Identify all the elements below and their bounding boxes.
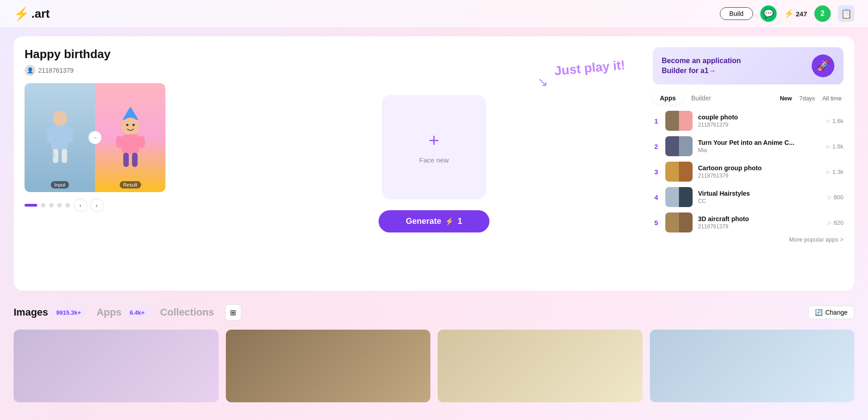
showcase-input: Input — [25, 83, 95, 192]
face-upload-box[interactable]: + Face new — [382, 95, 486, 199]
app-views-2: ▷ 1.6k — [827, 143, 843, 150]
app-info-4: Virtual Hairstyles CC — [698, 190, 823, 204]
app-item-1[interactable]: 1 couple photo 2118761379 ▷ 1.6k — [653, 111, 843, 131]
change-button[interactable]: 🔄 Change — [808, 306, 854, 319]
tab-apps[interactable]: Apps — [653, 92, 683, 104]
more-popular-apps-link[interactable]: More popular apps > — [653, 236, 843, 243]
images-label: Images — [14, 306, 48, 318]
app-item-4[interactable]: 4 Virtual Hairstyles CC ▷ 900 — [653, 187, 843, 207]
build-button[interactable]: Build — [720, 7, 753, 20]
grid-view-button[interactable]: ⊞ — [225, 304, 241, 321]
rank-1: 1 — [653, 117, 660, 125]
apps-badge: 6.4k+ — [125, 308, 149, 317]
lightning-icon: ⚡ — [784, 9, 794, 19]
builder-banner-text: Become an application Builder for a1→ — [662, 56, 741, 76]
right-section: Become an application Builder for a1→ 🚀 … — [653, 47, 843, 280]
user-info: 👤 2118761379 — [25, 65, 215, 76]
builder-banner[interactable]: Become an application Builder for a1→ 🚀 — [653, 47, 843, 84]
image-card-1[interactable] — [14, 330, 219, 402]
app-thumb-1 — [665, 111, 693, 131]
app-item-2[interactable]: 2 Turn Your Pet into an Anime C... Mia ▷… — [653, 136, 843, 156]
app-name-3: Cartoon group photo — [698, 164, 821, 172]
generate-lightning-icon: ⚡ — [445, 217, 454, 226]
rank-5: 5 — [653, 219, 660, 227]
app-item-5[interactable]: 5 3D aircraft photo 2118761379 ▷ 820 — [653, 212, 843, 232]
face-new-label: Face new — [419, 156, 449, 164]
app-name-1: couple photo — [698, 114, 821, 121]
svg-point-11 — [132, 124, 135, 126]
app-author-2: Mia — [698, 147, 821, 153]
tab-images[interactable]: Images 9915.3k+ — [14, 306, 85, 318]
app-item-3[interactable]: 3 Cartoon group photo 2118761379 ▷ 1.3k — [653, 162, 843, 182]
user-id: 2118761379 — [38, 67, 74, 74]
builder-text-line1: Become an application — [662, 56, 741, 66]
view-count-4: 900 — [833, 194, 843, 201]
view-count-1: 1.6k — [832, 118, 843, 124]
prev-button[interactable]: ‹ — [74, 198, 87, 212]
image-card-4[interactable] — [650, 330, 855, 402]
app-views-5: ▷ 820 — [828, 219, 843, 226]
header-right: Build 💬 ⚡ 247 2 📋 — [720, 5, 854, 22]
input-label: Input — [50, 181, 69, 188]
play-icon-5: ▷ — [828, 220, 832, 225]
next-button[interactable]: › — [90, 198, 104, 212]
apps-label: Apps — [96, 306, 121, 318]
app-info-1: couple photo 2118761379 — [698, 114, 821, 128]
showcase-result: Result — [95, 83, 165, 192]
app-name-2: Turn Your Pet into an Anime C... — [698, 139, 821, 146]
tab-builder[interactable]: Builder — [684, 92, 718, 104]
app-views-1: ▷ 1.6k — [827, 118, 843, 124]
app-thumb-5 — [665, 212, 693, 232]
app-thumb-3 — [665, 162, 693, 182]
svg-rect-12 — [121, 134, 139, 154]
images-badge: 9915.3k+ — [52, 308, 86, 317]
tab-apps[interactable]: Apps 6.4k+ — [96, 306, 149, 318]
tab-collections[interactable]: Collections — [160, 306, 214, 318]
wechat-icon[interactable]: 💬 — [760, 5, 777, 22]
view-count-2: 1.6k — [832, 143, 843, 150]
top-card: Happy birthday 👤 2118761379 — [14, 36, 854, 291]
book-icon[interactable]: 📋 — [838, 5, 854, 22]
svg-rect-1 — [52, 126, 68, 150]
rank-2: 2 — [653, 143, 660, 150]
arrow-curved-icon: ↙ — [538, 74, 548, 89]
app-info-5: 3D aircraft photo 2118761379 — [698, 215, 823, 230]
filter-alltime[interactable]: All time — [820, 94, 843, 103]
svg-point-9 — [121, 118, 139, 135]
app-author-5: 2118761379 — [698, 223, 823, 230]
avatar[interactable]: 2 — [814, 5, 831, 22]
app-name-4: Virtual Hairstyles — [698, 190, 823, 197]
tab-group: Apps Builder — [653, 92, 718, 104]
logo-icon: ⚡ — [14, 6, 30, 21]
filter-new[interactable]: New — [778, 94, 794, 103]
change-label: Change — [825, 309, 848, 316]
change-icon: 🔄 — [815, 309, 823, 316]
play-icon-1: ▷ — [827, 119, 830, 124]
generate-label: Generate — [406, 217, 441, 226]
carousel-buttons: ‹ › — [74, 198, 104, 212]
logo-text: .art — [31, 7, 50, 21]
header: ⚡ .art Build 💬 ⚡ 247 2 📋 — [0, 0, 868, 27]
app-name-5: 3D aircraft photo — [698, 215, 823, 222]
dot-4 — [57, 203, 62, 208]
app-list: 1 couple photo 2118761379 ▷ 1.6k — [653, 111, 843, 232]
view-count-3: 1.3k — [832, 168, 843, 175]
generate-cost: 1 — [458, 217, 462, 226]
generate-button[interactable]: Generate ⚡ 1 — [379, 210, 489, 232]
image-card-3[interactable] — [438, 330, 643, 402]
plus-icon: + — [429, 130, 439, 151]
dot-5 — [65, 203, 70, 208]
app-author-1: 2118761379 — [698, 122, 821, 128]
app-info-3: Cartoon group photo 2118761379 — [698, 164, 821, 179]
svg-rect-16 — [132, 153, 137, 167]
arrow-divider: → — [89, 131, 101, 144]
filter-7days[interactable]: 7days — [798, 94, 817, 103]
dot-3 — [49, 203, 54, 208]
result-label: Result — [120, 181, 141, 188]
just-play-text: Just play it! — [554, 58, 626, 78]
image-card-2[interactable] — [226, 330, 431, 402]
app-title: Happy birthday — [25, 47, 215, 61]
rank-4: 4 — [653, 193, 660, 201]
logo[interactable]: ⚡ .art — [14, 6, 50, 21]
svg-rect-13 — [116, 136, 122, 148]
